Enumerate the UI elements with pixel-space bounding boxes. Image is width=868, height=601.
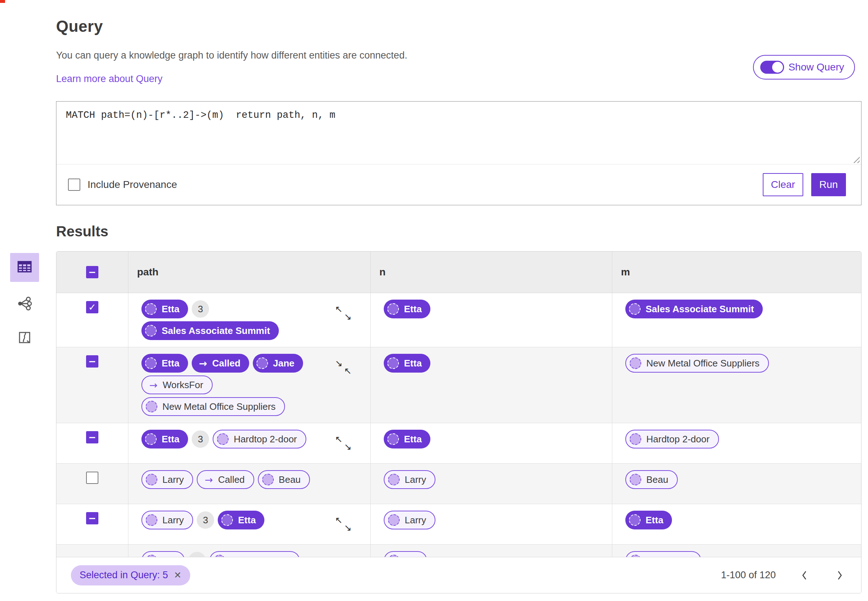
row-checkbox[interactable] [86, 471, 98, 484]
edge-arrow-icon: → [149, 380, 158, 390]
pill-line: New Metal Office Suppliers [625, 354, 861, 372]
pill-line [141, 551, 370, 557]
clear-button[interactable]: Clear [763, 173, 803, 196]
entity-pill[interactable]: Larry [141, 511, 193, 529]
edge-pill[interactable]: →Called [192, 354, 249, 372]
path-count-badge [188, 552, 206, 557]
pill-label: Etta [162, 358, 179, 369]
page-description: You can query a knowledge graph to ident… [56, 50, 862, 61]
query-input[interactable]: MATCH path=(n)-[r*..2]->(m) return path,… [57, 102, 861, 165]
entity-pill[interactable]: Larry [141, 470, 193, 489]
entity-node-icon [222, 514, 233, 526]
pill-label: Sales Associate Summit [162, 325, 270, 336]
pill-line [384, 551, 612, 557]
entity-pill[interactable]: Etta [141, 430, 188, 448]
entity-node-icon [146, 555, 157, 557]
page-title: Query [56, 17, 862, 35]
edge-arrow-icon: → [199, 358, 207, 369]
pill-line [625, 551, 861, 557]
entity-pill[interactable]: Etta [218, 511, 264, 529]
entity-pill[interactable] [141, 551, 185, 557]
prev-page-button[interactable] [798, 570, 811, 581]
table-view-button[interactable] [10, 253, 39, 282]
selected-in-query-chip[interactable]: Selected in Query: 5 ✕ [71, 565, 190, 586]
row-checkbox[interactable]: ✓ [86, 301, 98, 313]
entity-pill[interactable]: Larry [384, 470, 436, 489]
path-cell: Etta3Sales Associate Summit↖↘ [128, 293, 371, 347]
expand-icon[interactable]: ↖↘ [335, 435, 351, 452]
pill-label: Hardtop 2-door [646, 434, 710, 445]
row-checkbox[interactable]: − [86, 512, 98, 525]
n-cell: Etta [371, 293, 612, 347]
m-cell: Sales Associate Summit [612, 293, 861, 347]
pill-line: →WorksFor [141, 375, 370, 394]
select-all-checkbox[interactable]: − [86, 266, 98, 278]
entity-pill[interactable] [625, 551, 701, 557]
chevron-left-icon [801, 570, 808, 581]
include-provenance-label: Include Provenance [87, 179, 177, 191]
pagination-range: 1-100 of 120 [721, 570, 776, 581]
entity-pill[interactable] [209, 551, 300, 557]
entity-node-icon [630, 433, 641, 445]
entity-pill[interactable]: Etta [384, 300, 430, 319]
include-provenance-checkbox[interactable] [68, 178, 80, 191]
pill-label: WorksFor [163, 380, 203, 390]
pill-label: New Metal Office Suppliers [646, 358, 760, 369]
edge-pill[interactable]: →WorksFor [141, 375, 212, 394]
row-checkbox[interactable]: − [86, 355, 98, 368]
entity-pill[interactable]: Etta [384, 430, 430, 448]
arrow-glyph: ↘ [344, 523, 351, 532]
entity-pill[interactable]: New Metal Office Suppliers [625, 354, 769, 372]
entity-pill[interactable]: Hardtop 2-door [625, 430, 719, 448]
pill-label: Etta [404, 304, 422, 315]
entity-pill[interactable]: Etta [141, 300, 188, 319]
checkbox-state-icon: ✓ [88, 302, 96, 312]
entity-pill[interactable]: Beau [258, 470, 310, 489]
pill-label: New Metal Office Suppliers [162, 401, 276, 412]
entity-pill[interactable]: Jane [253, 354, 303, 372]
pill-label: Etta [162, 304, 179, 315]
entity-pill[interactable] [384, 551, 427, 557]
map-view-button[interactable] [10, 327, 39, 350]
expand-icon[interactable]: ↖↘ [335, 516, 351, 532]
entity-node-icon [146, 514, 157, 526]
entity-pill[interactable]: Larry [384, 511, 436, 529]
pill-line: Etta [625, 511, 861, 529]
pill-line: Beau [625, 470, 861, 489]
entity-pill[interactable]: Sales Associate Summit [141, 321, 279, 340]
arrow-glyph: ↖ [335, 305, 342, 314]
edge-pill[interactable]: →Called [197, 470, 254, 489]
collapse-icon[interactable]: ↘↖ [335, 359, 351, 375]
pill-label: Etta [162, 434, 179, 445]
graph-view-button[interactable] [10, 293, 39, 316]
entity-node-icon [145, 325, 157, 336]
entity-pill[interactable]: Etta [384, 354, 430, 372]
entity-pill[interactable]: New Metal Office Suppliers [141, 397, 285, 416]
expand-icon[interactable]: ↖↘ [335, 305, 351, 321]
n-cell: Larry [371, 504, 612, 544]
next-page-button[interactable] [833, 570, 847, 581]
learn-more-link[interactable]: Learn more about Query [56, 73, 162, 85]
row-checkbox-cell: − [57, 504, 128, 544]
chip-close-icon[interactable]: ✕ [174, 570, 182, 580]
table-row: −Larry3Etta↖↘LarryEtta [57, 504, 861, 545]
entity-pill[interactable]: Beau [625, 470, 678, 489]
entity-pill[interactable]: Sales Associate Summit [625, 300, 763, 319]
pill-label: Called [218, 474, 245, 485]
entity-pill[interactable]: Etta [625, 511, 672, 529]
pill-label: Sales Associate Summit [646, 304, 754, 315]
entity-node-icon [145, 433, 157, 445]
row-checkbox[interactable]: − [86, 431, 98, 444]
pill-line: Etta [384, 354, 612, 372]
table-row: −Etta→CalledJane→WorksForNew Metal Offic… [57, 347, 861, 423]
column-header-path: path [128, 252, 371, 293]
checkbox-state-icon: − [88, 433, 96, 442]
run-button[interactable]: Run [811, 173, 846, 196]
show-query-toggle[interactable]: Show Query [753, 55, 855, 79]
entity-node-icon [146, 401, 157, 412]
n-cell: Etta [371, 347, 612, 423]
entity-pill[interactable]: Etta [141, 354, 188, 372]
entity-pill[interactable]: Hardtop 2-door [212, 430, 306, 448]
entity-node-icon [629, 514, 640, 526]
results-table-header: − path n m [57, 252, 861, 293]
